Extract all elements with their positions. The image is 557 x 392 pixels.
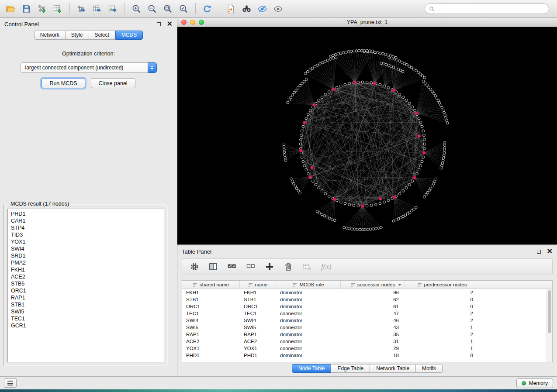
table-row[interactable]: ACE2ACE2connector311 bbox=[182, 338, 547, 345]
float-panel-icon[interactable] bbox=[157, 22, 161, 26]
run-mcds-button[interactable]: Run MCDS bbox=[42, 78, 85, 88]
table-cell: SWI5 bbox=[240, 324, 276, 331]
table-scrollbar[interactable] bbox=[547, 289, 552, 362]
table-row[interactable]: RAP1RAP1dominator352 bbox=[182, 331, 547, 338]
mcds-result-item[interactable]: TEC1 bbox=[8, 315, 164, 322]
column-header-mcds-role[interactable]: MCDS role bbox=[276, 281, 341, 289]
table-cell: ORC1 bbox=[182, 303, 240, 310]
table-row[interactable]: SWI4SWI4dominator462 bbox=[182, 317, 547, 324]
table-panel-tab-bar: Node Table Edge Table Network Table Moti… bbox=[177, 364, 557, 373]
network-view-titlebar[interactable]: YPA_prune.txt_1 bbox=[177, 18, 557, 27]
table-cell: dominator bbox=[276, 331, 341, 338]
float-panel-icon[interactable] bbox=[537, 250, 541, 254]
zoom-in-icon[interactable] bbox=[129, 2, 144, 16]
mcds-result-item[interactable]: SWI5 bbox=[8, 308, 164, 315]
birds-eye-view-icon[interactable] bbox=[239, 2, 254, 16]
mcds-result-item[interactable]: FKH1 bbox=[8, 266, 164, 273]
tab-edge-table[interactable]: Edge Table bbox=[331, 364, 370, 373]
column-header-predecessor-nodes[interactable]: predecessor nodes bbox=[405, 281, 479, 289]
show-details-icon[interactable] bbox=[271, 2, 285, 16]
table-cell: 29 bbox=[341, 345, 405, 352]
delete-column-trash-icon[interactable] bbox=[284, 262, 293, 272]
tab-mcds[interactable]: MCDS bbox=[115, 31, 143, 40]
table-cell: 31 bbox=[341, 338, 405, 345]
column-header-name[interactable]: name bbox=[240, 281, 276, 289]
export-table-icon[interactable] bbox=[90, 2, 104, 16]
table-cell: connector bbox=[276, 345, 341, 352]
show-panels-menu-icon[interactable] bbox=[4, 378, 17, 388]
table-row[interactable]: ORC1ORC1dominator610 bbox=[182, 303, 547, 310]
show-columns-icon[interactable] bbox=[208, 262, 218, 272]
table-row[interactable]: STB1STB1dominator620 bbox=[182, 296, 547, 303]
mcds-result-item[interactable]: TID3 bbox=[8, 231, 164, 238]
column-header-shared-name[interactable]: shared name bbox=[182, 281, 240, 289]
window-close-icon[interactable] bbox=[181, 20, 187, 25]
save-session-icon[interactable] bbox=[19, 2, 34, 16]
mcds-result-item[interactable]: SRD1 bbox=[8, 252, 164, 259]
mcds-result-item[interactable]: CAR1 bbox=[8, 217, 164, 224]
table-row[interactable]: YOX1YOX1connector291 bbox=[182, 345, 547, 352]
mcds-result-item[interactable]: PHD1 bbox=[8, 210, 164, 217]
network-canvas[interactable] bbox=[177, 27, 557, 244]
zoom-fit-icon[interactable] bbox=[161, 2, 175, 16]
search-box[interactable] bbox=[425, 3, 549, 14]
add-column-icon[interactable] bbox=[265, 262, 274, 272]
export-image-icon[interactable] bbox=[106, 2, 120, 16]
mcds-result-item[interactable]: GCR1 bbox=[8, 322, 164, 329]
import-network-icon[interactable] bbox=[35, 2, 49, 16]
node-table-body: FKH1FKH1dominator962STB1STB1dominator620… bbox=[182, 289, 547, 362]
table-panel-title: Table Panel bbox=[182, 248, 211, 255]
tab-select[interactable]: Select bbox=[89, 31, 115, 40]
node-table: shared name name MCDS role successor nod… bbox=[182, 280, 553, 362]
import-table-icon[interactable] bbox=[51, 2, 65, 16]
tab-style[interactable]: Style bbox=[66, 31, 89, 40]
mcds-result-item[interactable]: ORC1 bbox=[8, 287, 164, 294]
zoom-out-icon[interactable] bbox=[145, 2, 159, 16]
table-cell: connector bbox=[276, 324, 341, 331]
application-window: Control Panel ✕ Network Style Select MCD… bbox=[0, 0, 557, 392]
share-document-icon[interactable] bbox=[224, 2, 238, 16]
mcds-result-item[interactable]: YOX1 bbox=[8, 238, 164, 245]
tab-network-table[interactable]: Network Table bbox=[370, 364, 416, 373]
unselect-all-icon[interactable] bbox=[246, 262, 256, 272]
window-minimize-icon[interactable] bbox=[190, 20, 195, 25]
dropdown-selected-value: largest connected component (undirected) bbox=[25, 65, 124, 71]
tab-motifs[interactable]: Motifs bbox=[416, 364, 443, 373]
mcds-result-item[interactable]: STB1 bbox=[8, 301, 164, 308]
mcds-result-item[interactable]: ACE2 bbox=[8, 273, 164, 280]
refresh-view-icon[interactable] bbox=[200, 2, 214, 16]
tab-network[interactable]: Network bbox=[34, 31, 66, 40]
open-file-icon[interactable] bbox=[3, 2, 18, 16]
table-cell: ACE2 bbox=[240, 338, 276, 345]
mcds-result-item[interactable]: PMA2 bbox=[8, 259, 164, 266]
table-cell: 96 bbox=[341, 289, 405, 296]
table-row[interactable]: PHD1PHD1dominator180 bbox=[182, 352, 547, 359]
table-cell: 61 bbox=[341, 303, 405, 310]
zoom-selected-icon[interactable] bbox=[176, 2, 191, 16]
mcds-result-list[interactable]: PHD1CAR1STP4TID3YOX1SWI4SRD1PMA2FKH1ACE2… bbox=[7, 209, 164, 362]
column-header-successor-nodes[interactable]: successor nodes bbox=[341, 281, 405, 289]
table-row[interactable]: FKH1FKH1dominator962 bbox=[182, 289, 547, 296]
optimization-criterion-select[interactable]: largest connected component (undirected) bbox=[21, 62, 157, 73]
close-panel-icon[interactable]: ✕ bbox=[167, 21, 173, 28]
close-panel-icon[interactable]: ✕ bbox=[547, 248, 553, 255]
export-network-icon[interactable] bbox=[74, 2, 89, 16]
mcds-result-item[interactable]: RAP1 bbox=[8, 294, 164, 301]
select-all-icon[interactable] bbox=[227, 262, 237, 272]
control-panel-header: Control Panel ✕ bbox=[0, 18, 177, 30]
table-scrollbar-thumb[interactable] bbox=[548, 290, 551, 333]
close-panel-button[interactable]: Close panel bbox=[91, 78, 135, 88]
mcds-result-item[interactable]: SWI4 bbox=[8, 245, 164, 252]
dropdown-stepper-icon[interactable] bbox=[148, 62, 157, 73]
table-row[interactable]: SWI5SWI5connector431 bbox=[182, 324, 547, 331]
tab-node-table[interactable]: Node Table bbox=[292, 364, 332, 373]
table-cell: 18 bbox=[341, 352, 405, 359]
table-row[interactable]: TEC1TEC1connector472 bbox=[182, 310, 547, 317]
mcds-result-item[interactable]: STP4 bbox=[8, 224, 164, 231]
hide-details-icon[interactable] bbox=[255, 2, 270, 16]
window-maximize-icon[interactable] bbox=[199, 20, 204, 25]
search-input[interactable] bbox=[437, 6, 545, 12]
mcds-result-item[interactable]: STB5 bbox=[8, 280, 164, 287]
table-settings-gear-icon[interactable] bbox=[190, 262, 199, 272]
memory-button[interactable]: Memory bbox=[516, 378, 553, 388]
